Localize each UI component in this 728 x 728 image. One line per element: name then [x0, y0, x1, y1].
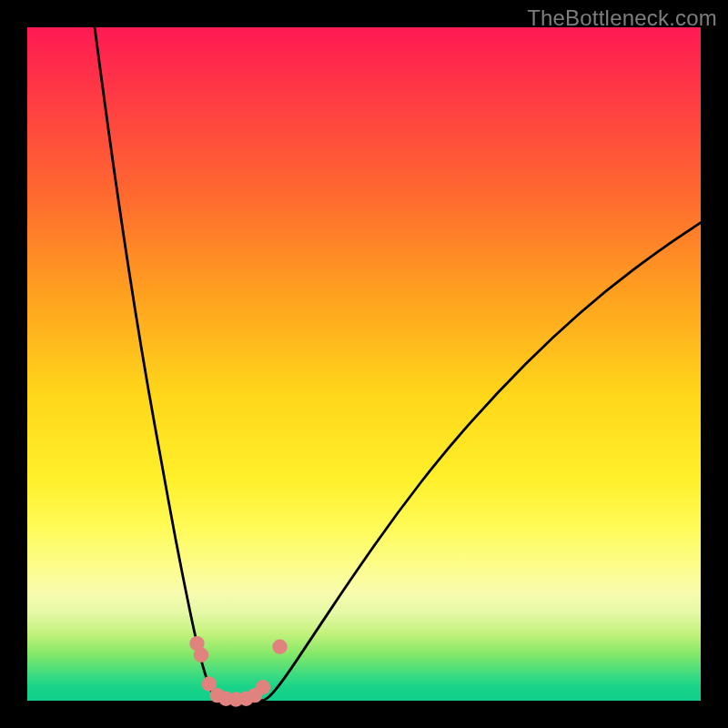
curve-layer [27, 27, 701, 701]
plot-area [27, 27, 701, 701]
watermark-text: TheBottleneck.com [527, 5, 717, 31]
chart-frame: TheBottleneck.com [0, 0, 728, 728]
valley-marker [272, 640, 287, 654]
bottleneck-curve [95, 27, 701, 701]
valley-marker [194, 647, 208, 662]
valley-marker [256, 680, 270, 694]
